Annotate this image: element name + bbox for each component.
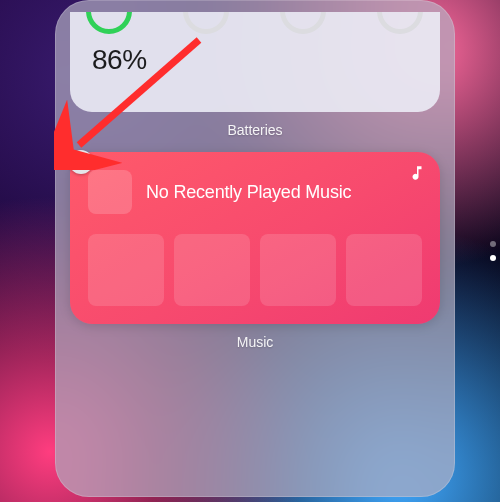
- album-art-placeholder: [88, 170, 132, 214]
- battery-ring-icon: [183, 12, 229, 34]
- music-header: No Recently Played Music: [88, 170, 422, 214]
- page-dot-active[interactable]: [490, 255, 496, 261]
- music-recent-grid: [88, 234, 422, 306]
- music-grid-cell[interactable]: [88, 234, 164, 306]
- music-widget-container: No Recently Played Music: [67, 152, 443, 324]
- battery-rings-row: [86, 12, 423, 34]
- batteries-label: Batteries: [67, 122, 443, 138]
- music-grid-cell[interactable]: [174, 234, 250, 306]
- music-note-icon: [408, 164, 426, 187]
- remove-widget-button[interactable]: [69, 150, 93, 174]
- music-label: Music: [67, 334, 443, 350]
- music-grid-cell[interactable]: [346, 234, 422, 306]
- battery-ring-icon: [86, 12, 132, 34]
- page-dot[interactable]: [490, 241, 496, 247]
- battery-ring-icon: [377, 12, 423, 34]
- music-status-text: No Recently Played Music: [146, 182, 351, 203]
- battery-ring-icon: [280, 12, 326, 34]
- page-indicator[interactable]: [490, 241, 496, 261]
- music-widget[interactable]: No Recently Played Music: [70, 152, 440, 324]
- music-grid-cell[interactable]: [260, 234, 336, 306]
- widget-edit-panel: 86% Batteries No Recently Played Music M…: [55, 0, 455, 497]
- batteries-widget[interactable]: 86%: [70, 12, 440, 112]
- battery-percentage: 86%: [92, 44, 147, 76]
